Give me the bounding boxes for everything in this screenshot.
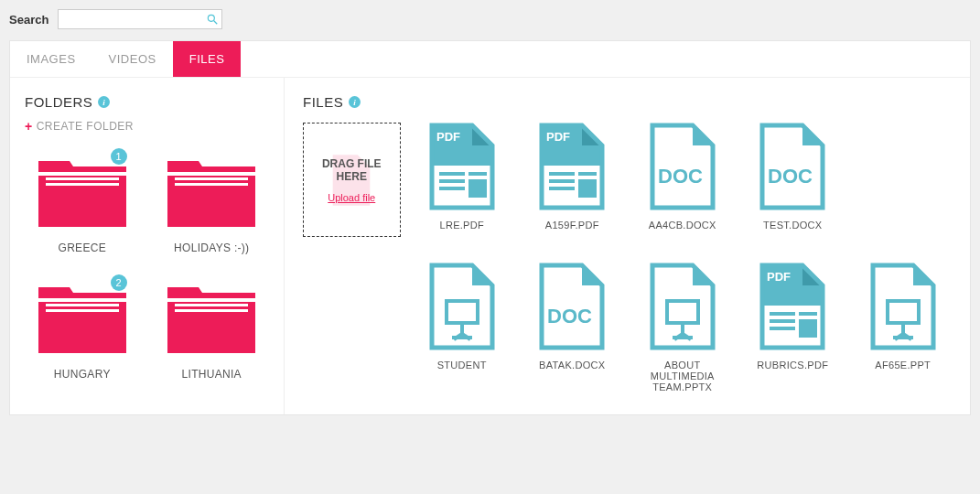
svg-rect-30 — [770, 312, 795, 316]
tab-videos[interactable]: VIDEOS — [92, 41, 173, 77]
file-item[interactable]: DOC BATAK.DOCX — [523, 263, 621, 392]
plus-icon: + — [25, 119, 33, 134]
svg-line-3 — [214, 21, 218, 25]
file-item[interactable]: DOC AA4CB.DOCX — [634, 123, 732, 237]
svg-text:DOC: DOC — [768, 165, 813, 188]
svg-text:PDF: PDF — [546, 130, 570, 144]
search-bar: Search — [9, 9, 971, 29]
file-item[interactable]: PDF A159F.PDF — [523, 123, 621, 237]
folder-item[interactable]: LITHUANIA — [155, 276, 270, 381]
file-label: AA4CB.DOCX — [649, 220, 716, 231]
file-label: BATAK.DOCX — [539, 360, 605, 370]
file-label: LRE.PDF — [439, 220, 484, 231]
info-icon[interactable]: i — [98, 96, 110, 108]
folders-sidebar: FOLDERS i + CREATE FOLDER 1 GREECE HOLID… — [10, 78, 285, 414]
pdf-file-icon: PDF — [426, 123, 498, 210]
file-label: ABOUT MULTIMEDIA TEAM.PPTX — [634, 360, 732, 392]
doc-file-icon: DOC — [536, 263, 608, 350]
folders-title: FOLDERS i — [25, 94, 269, 110]
content-panel: IMAGESVIDEOSFILES FOLDERS i + CREATE FOL… — [9, 40, 971, 415]
upload-link[interactable]: Upload file — [328, 192, 375, 203]
svg-rect-12 — [549, 179, 575, 183]
svg-rect-32 — [770, 327, 795, 330]
folder-badge: 2 — [111, 274, 127, 291]
file-label: TEST.DOCX — [763, 220, 822, 231]
search-input[interactable] — [58, 9, 222, 29]
files-main: FILES i DRAG FILE HERE Upload file PDF L… — [285, 78, 970, 414]
svg-rect-11 — [549, 172, 575, 176]
files-title-text: FILES — [303, 94, 343, 110]
doc-file-icon: DOC — [757, 123, 828, 210]
files-title: FILES i — [303, 94, 952, 110]
svg-rect-7 — [439, 187, 465, 190]
svg-rect-18 — [447, 301, 478, 323]
folders-title-text: FOLDERS — [25, 94, 92, 110]
svg-rect-24 — [667, 301, 698, 323]
tab-files[interactable]: FILES — [173, 41, 242, 77]
file-item[interactable]: AF65E.PPT — [855, 263, 953, 392]
svg-rect-15 — [578, 179, 597, 198]
svg-rect-5 — [439, 172, 465, 176]
folder-label: HOLIDAYS :-)) — [174, 242, 249, 254]
doc-file-icon: DOC — [647, 123, 718, 210]
info-icon[interactable]: i — [349, 96, 361, 108]
create-folder-label: CREATE FOLDER — [37, 120, 134, 133]
file-item[interactable]: PDF LRE.PDF — [414, 123, 512, 237]
search-icon[interactable] — [206, 13, 219, 26]
folder-icon — [166, 150, 257, 232]
pdf-file-icon: PDF — [536, 123, 608, 210]
folder-label: LITHUANIA — [182, 368, 242, 381]
svg-text:PDF: PDF — [436, 130, 460, 144]
folder-item[interactable]: HOLIDAYS :-)) — [155, 150, 270, 254]
svg-rect-8 — [468, 172, 487, 176]
file-label: RUBRICS.PDF — [757, 360, 828, 370]
folder-badge: 1 — [111, 148, 127, 165]
ppt-file-icon — [426, 263, 498, 350]
file-label: A159F.PDF — [545, 220, 599, 231]
tab-images[interactable]: IMAGES — [10, 41, 92, 77]
file-item[interactable]: STUDENT — [414, 263, 512, 392]
svg-text:DOC: DOC — [658, 165, 703, 188]
tabs: IMAGESVIDEOSFILES — [10, 41, 970, 78]
file-item[interactable]: ABOUT MULTIMEDIA TEAM.PPTX — [634, 263, 732, 392]
folder-label: HUNGARY — [54, 368, 111, 381]
file-item[interactable]: DOC TEST.DOCX — [744, 123, 842, 237]
svg-text:PDF: PDF — [767, 270, 791, 284]
svg-rect-14 — [578, 172, 597, 176]
ppt-file-icon — [647, 263, 718, 350]
pdf-file-icon: PDF — [757, 263, 828, 350]
file-label: STUDENT — [437, 360, 487, 370]
folder-label: GREECE — [59, 242, 106, 254]
folder-icon — [166, 276, 257, 359]
ppt-file-icon — [867, 263, 939, 350]
svg-rect-35 — [888, 301, 919, 323]
create-folder-button[interactable]: + CREATE FOLDER — [25, 119, 269, 134]
folder-item[interactable]: 1 GREECE — [25, 150, 140, 254]
upload-dropzone[interactable]: DRAG FILE HERE Upload file — [303, 123, 401, 237]
svg-rect-31 — [770, 319, 795, 323]
file-item[interactable]: PDF RUBRICS.PDF — [744, 263, 842, 392]
file-label: AF65E.PPT — [875, 360, 931, 370]
upload-drag-text: DRAG FILE HERE — [309, 157, 394, 183]
svg-rect-9 — [468, 179, 487, 198]
svg-rect-13 — [549, 187, 575, 190]
search-label: Search — [9, 13, 48, 27]
svg-rect-6 — [439, 179, 465, 183]
svg-point-2 — [209, 15, 215, 21]
svg-rect-34 — [799, 319, 817, 338]
svg-text:DOC: DOC — [547, 305, 592, 328]
svg-rect-33 — [799, 312, 817, 316]
folder-item[interactable]: 2 HUNGARY — [25, 276, 140, 381]
